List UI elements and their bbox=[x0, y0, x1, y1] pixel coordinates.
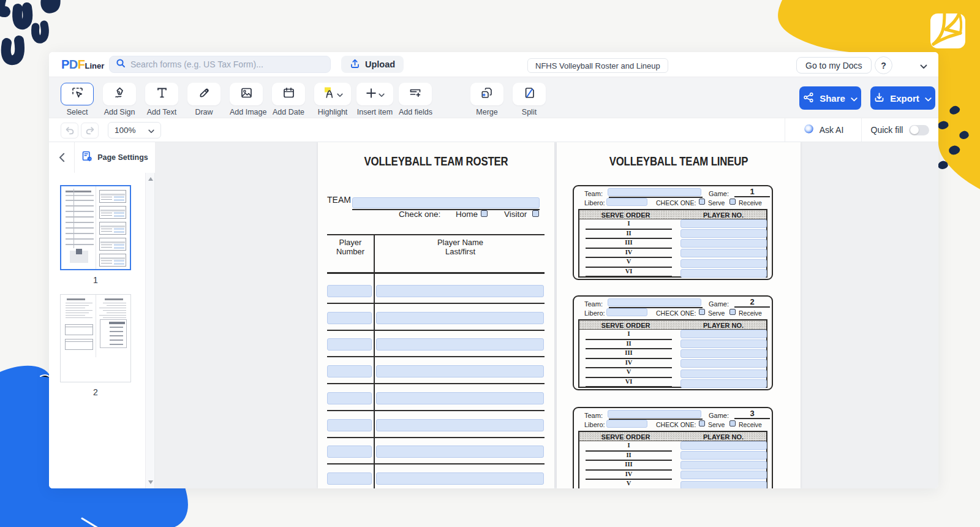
player-no-field[interactable] bbox=[680, 481, 767, 488]
export-button[interactable]: Export bbox=[870, 86, 935, 110]
serve-order-numeral: I bbox=[586, 330, 672, 337]
upload-icon bbox=[350, 58, 360, 70]
libero-label: Libero: bbox=[584, 421, 605, 428]
search-placeholder: Search forms (e.g. US Tax Form)... bbox=[130, 59, 263, 69]
share-button[interactable]: Share bbox=[799, 86, 861, 110]
serve-order-numeral: III bbox=[586, 461, 672, 468]
ink-spots-decoration bbox=[0, 0, 55, 60]
player-name-field[interactable] bbox=[376, 338, 544, 351]
tool-add-fields[interactable]: Add fields bbox=[399, 83, 432, 116]
serve-checkbox[interactable] bbox=[699, 199, 705, 205]
header-chevron-down-icon[interactable] bbox=[920, 61, 927, 72]
libero-field[interactable] bbox=[606, 308, 647, 316]
libero-field[interactable] bbox=[606, 198, 647, 206]
lineup-table: SERVE ORDERPLAYER NO.IIIIIIIVVVI bbox=[578, 319, 767, 388]
player-no-field[interactable] bbox=[680, 461, 767, 469]
pdfliner-logo[interactable]: PDFLiner bbox=[61, 58, 104, 72]
tool-split[interactable]: Split bbox=[513, 83, 546, 116]
serve-checkbox[interactable] bbox=[699, 309, 705, 315]
visitor-checkbox[interactable] bbox=[532, 210, 539, 217]
receive-checkbox[interactable] bbox=[729, 420, 736, 427]
player-number-field[interactable] bbox=[327, 392, 372, 404]
quick-fill-toggle[interactable] bbox=[909, 125, 929, 135]
player-number-field[interactable] bbox=[327, 445, 372, 458]
tool-add-text[interactable]: Add Text bbox=[145, 83, 178, 116]
tool-insert-item[interactable]: Insert item bbox=[356, 83, 393, 116]
home-checkbox[interactable] bbox=[481, 210, 488, 217]
page-lineup[interactable]: VOLLEYBALL TEAM LINEUPTeam:Game:1Libero:… bbox=[557, 142, 801, 488]
lineup-team-field[interactable] bbox=[608, 298, 701, 306]
player-no-field[interactable] bbox=[680, 259, 767, 268]
player-number-field[interactable] bbox=[327, 312, 372, 324]
tool-label: Split bbox=[513, 108, 546, 116]
zoom-level-select[interactable]: 100% bbox=[108, 122, 161, 138]
lineup-game-box: Team:Game:3Libero:CHECK ONE:ServeReceive… bbox=[573, 407, 773, 488]
ask-ai-icon bbox=[803, 124, 814, 137]
player-number-field[interactable] bbox=[327, 338, 372, 351]
go-to-my-docs-button[interactable]: Go to my Docs bbox=[796, 57, 872, 74]
player-no-field[interactable] bbox=[680, 229, 767, 238]
team-label: Team: bbox=[584, 300, 603, 308]
lineup-team-field[interactable] bbox=[608, 188, 701, 196]
tool-add-date[interactable]: Add Date bbox=[272, 83, 305, 116]
player-name-field[interactable] bbox=[376, 419, 544, 431]
tool-highlight[interactable]: Highlight bbox=[314, 83, 351, 116]
tool-add-sign[interactable]: Add Sign bbox=[103, 83, 136, 116]
page-thumbnail-2[interactable]: 2 bbox=[60, 294, 131, 397]
undo-button[interactable] bbox=[61, 123, 78, 138]
home-label: Home bbox=[456, 210, 478, 219]
help-button[interactable]: ? bbox=[875, 56, 892, 74]
sidebar-scrollbar[interactable] bbox=[145, 173, 155, 488]
receive-checkbox[interactable] bbox=[729, 309, 736, 315]
player-no-field[interactable] bbox=[680, 269, 767, 278]
player-number-field[interactable] bbox=[327, 285, 372, 297]
player-name-field[interactable] bbox=[376, 365, 544, 377]
player-no-field[interactable] bbox=[680, 370, 767, 378]
player-no-field[interactable] bbox=[680, 249, 767, 257]
player-number-field[interactable] bbox=[327, 472, 372, 485]
scroll-down-arrow-icon[interactable] bbox=[148, 480, 153, 484]
serve-checkbox[interactable] bbox=[699, 420, 705, 427]
player-no-field[interactable] bbox=[680, 219, 767, 228]
tool-select[interactable]: Select bbox=[61, 83, 94, 116]
team-field[interactable] bbox=[352, 197, 540, 208]
download-icon bbox=[874, 92, 884, 104]
zoom-toolbar: 100% Ask AI Quick fill bbox=[49, 118, 938, 142]
tool-add-image[interactable]: Add Image bbox=[230, 83, 263, 116]
player-name-field[interactable] bbox=[376, 285, 544, 297]
redo-button[interactable] bbox=[81, 123, 99, 138]
tab-page-settings[interactable]: Page Settings bbox=[75, 142, 155, 173]
player-name-field[interactable] bbox=[376, 445, 544, 458]
libero-field[interactable] bbox=[606, 420, 647, 428]
player-no-field[interactable] bbox=[680, 339, 767, 348]
receive-checkbox[interactable] bbox=[729, 199, 736, 205]
page-thumbnail-1[interactable]: 1 bbox=[60, 185, 131, 285]
player-no-field[interactable] bbox=[680, 451, 767, 460]
player-no-field[interactable] bbox=[680, 330, 767, 338]
player-no-field[interactable] bbox=[680, 379, 767, 388]
serve-order-numeral: II bbox=[586, 340, 672, 347]
player-name-field[interactable] bbox=[376, 312, 544, 324]
sidebar-collapse-button[interactable] bbox=[49, 142, 75, 173]
serve-label: Serve bbox=[708, 199, 725, 207]
player-no-field[interactable] bbox=[680, 359, 767, 368]
player-number-field[interactable] bbox=[327, 419, 372, 431]
team-label: Team: bbox=[584, 190, 603, 197]
scroll-up-arrow-icon[interactable] bbox=[148, 177, 153, 181]
player-no-field[interactable] bbox=[680, 471, 767, 479]
lineup-team-field[interactable] bbox=[608, 410, 701, 418]
page-roster[interactable]: VOLLEYBALL TEAM ROSTERTEAMCheck one:Home… bbox=[318, 142, 554, 488]
player-number-field[interactable] bbox=[327, 365, 372, 377]
tool-label: Draw bbox=[187, 108, 221, 116]
upload-button[interactable]: Upload bbox=[341, 56, 404, 73]
player-no-field[interactable] bbox=[680, 349, 767, 358]
ask-ai-button[interactable]: Ask AI bbox=[785, 118, 861, 142]
player-name-field[interactable] bbox=[376, 392, 544, 404]
tool-draw[interactable]: Draw bbox=[187, 83, 221, 116]
search-input[interactable]: Search forms (e.g. US Tax Form)... bbox=[109, 56, 331, 73]
player-no-field[interactable] bbox=[680, 441, 767, 450]
serve-order-numeral: IV bbox=[586, 249, 672, 256]
player-name-field[interactable] bbox=[376, 472, 544, 485]
player-no-field[interactable] bbox=[680, 239, 767, 248]
tool-merge[interactable]: Merge bbox=[470, 83, 503, 116]
